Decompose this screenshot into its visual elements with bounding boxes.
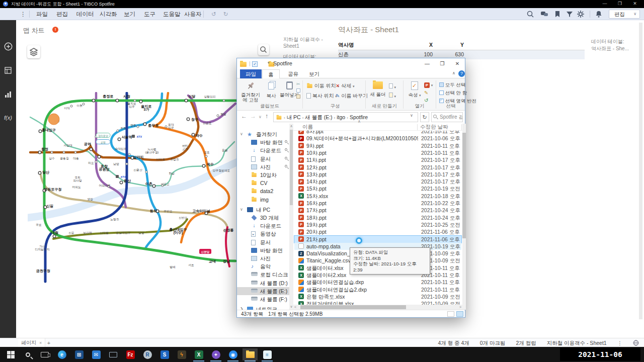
file-row-21차.ppt[interactable]: P21차.ppt2021-11-06 오후 4:20 <box>294 236 461 243</box>
file-row-15차.xlsx[interactable]: X15차.xlsx2021-10-18 오후 6:57 <box>294 193 461 200</box>
data-panel-icon[interactable] <box>0 66 16 76</box>
taskbar-start-icon[interactable] <box>3 348 18 360</box>
nav-item-네트워크[interactable]: ❯네트워크 <box>237 305 291 310</box>
nav-item-즐겨찾기[interactable]: ∨★즐겨찾기 <box>237 130 291 138</box>
visualizations-icon[interactable] <box>0 90 16 101</box>
details-view-icon[interactable] <box>456 311 463 317</box>
file-row-13차.ppt[interactable]: P13차.ppt2021-10-17 오후 2:50 <box>294 171 461 178</box>
menu-item-0[interactable]: 파일 <box>35 8 49 20</box>
new-item-icon[interactable]: ▾ <box>389 83 396 90</box>
file-row-18차.ppt[interactable]: P18차.ppt2021-10-24 오후 2:35 <box>294 214 461 221</box>
taskbar-r-icon[interactable]: R <box>140 348 155 360</box>
taskbar-purple-app-icon[interactable]: ✦ <box>208 348 223 360</box>
nav-item-새 볼륨 (E:)[interactable]: 새 볼륨 (E:) <box>237 287 291 295</box>
file-row-17차.ppt[interactable]: P17차.ppt2021-10-24 오후 1:13 <box>294 207 461 214</box>
move-to-button[interactable]: 이동 위치 ▾ <box>306 82 339 89</box>
taskbar-edge-icon[interactable]: e <box>54 348 69 360</box>
file-list-vscrollbar[interactable] <box>462 124 466 310</box>
tab-view[interactable]: 보기 <box>303 69 325 78</box>
explorer-titlebar[interactable]: | ✓ ▾ Spotfire — ❐ ✕ <box>237 58 465 69</box>
close-page-icon[interactable]: × <box>39 340 42 345</box>
menu-item-2[interactable]: 데이터 <box>75 8 95 20</box>
collapse-ribbon-icon[interactable]: ∧ <box>452 71 455 75</box>
breadcrumb[interactable]: ›내 PC›새 볼륨 (E:)›itgo›Spotfire <box>273 112 418 122</box>
page-tab[interactable]: 페이지× <box>18 338 45 347</box>
comments-icon[interactable] <box>540 10 548 18</box>
menu-item-4[interactable]: 보기 <box>123 8 136 20</box>
file-row-14차.ppt[interactable]: P14차.ppt2021-10-17 오후 3:47 <box>294 178 461 185</box>
taskbar-notepad-icon[interactable]: ≡ <box>260 348 275 360</box>
add-page-button[interactable]: + <box>44 338 53 347</box>
file-row-11차.ppt[interactable]: P11차.ppt2021-10-17 오후 12:4 <box>294 156 461 163</box>
breadcrumb-item[interactable]: 새 볼륨 (E:) <box>305 114 332 120</box>
forward-button[interactable]: → <box>250 113 256 120</box>
settings-gear-icon[interactable] <box>577 10 585 18</box>
spotfire-maximize-button[interactable]: ❐ <box>613 0 627 8</box>
select-none-button[interactable]: 선택 안 함 <box>439 89 467 96</box>
kebab-menu-icon[interactable]: ⋮ <box>19 8 27 20</box>
map-data-marker[interactable] <box>48 114 59 125</box>
spotfire-minimize-button[interactable]: — <box>598 0 612 8</box>
nav-scrollbar[interactable]: ∧ ∨ <box>289 124 293 310</box>
up-button[interactable]: ↑ <box>265 113 268 120</box>
search-icon[interactable] <box>526 10 534 18</box>
nav-item-CV[interactable]: CV <box>237 179 291 187</box>
easy-access-icon[interactable]: ▾ <box>389 93 396 100</box>
list-view-icon[interactable] <box>447 311 454 317</box>
explorer-minimize-button[interactable]: — <box>420 58 435 69</box>
edit-icon[interactable]: ✎ <box>424 89 428 96</box>
file-row-19차.ppt[interactable]: P19차.ppt2021-10-25 오전 10:2 <box>294 221 461 228</box>
nav-item-다운로드[interactable]: ↓다운로드 <box>237 146 291 154</box>
nav-item-img[interactable]: img <box>237 196 291 204</box>
spotfire-close-button[interactable]: ✕ <box>628 0 642 8</box>
file-row-9차.ppt[interactable]: P9차.ppt2021-10-11 오후 4:21 <box>294 142 461 149</box>
nav-item-사진[interactable]: 사진 <box>237 254 291 262</box>
filter-icon[interactable] <box>566 10 574 18</box>
copy-path-icon[interactable] <box>296 88 300 93</box>
globe-icon[interactable] <box>633 340 639 346</box>
rename-button[interactable]: ✎ 이름 바꾸기 <box>336 93 368 99</box>
taskbar-spotfire-icon[interactable]: S <box>157 348 172 360</box>
recent-locations-icon[interactable]: ∨ <box>259 115 262 119</box>
taskbar-flash-icon[interactable]: ϟ <box>174 348 189 360</box>
notifications-bell-icon[interactable] <box>595 10 603 18</box>
breadcrumb-dropdown-icon[interactable]: ∨ <box>410 113 413 118</box>
menu-item-3[interactable]: 시각화 <box>99 8 118 20</box>
nav-item-3D 개체[interactable]: 3D 개체 <box>237 214 291 222</box>
taskbar-store-icon[interactable]: ⊞ <box>71 348 87 360</box>
nav-item-로컬 디스크 (C:)[interactable]: 로컬 디스크 (C:) <box>237 270 291 279</box>
redo-button[interactable]: ↻ <box>222 8 229 20</box>
cut-icon[interactable]: ✂ <box>296 81 300 86</box>
nav-item-문서[interactable]: 문서 <box>237 155 291 163</box>
edit-mode-dropdown[interactable]: 편집∨ <box>609 10 640 19</box>
back-button[interactable]: ← <box>241 113 247 120</box>
taskbar-task-view-icon[interactable] <box>37 348 52 360</box>
tab-home[interactable]: 홈 <box>262 69 280 78</box>
copy-to-button[interactable]: 복사 위치 ▾ <box>306 93 337 100</box>
open-with-powerpoint-icon[interactable]: P ▾ <box>424 81 433 88</box>
column-name[interactable]: 이름 <box>302 124 313 131</box>
nav-item-동영상[interactable]: ▸동영상 <box>237 230 291 238</box>
nav-item-다운로드[interactable]: ↓다운로드 <box>237 222 291 230</box>
add-visualization-icon[interactable] <box>0 42 16 53</box>
file-row-09.빅데이터+분석+결과+시각화(LM2001010509_15v1) (1).pdf[interactable]: P09.빅데이터+분석+결과+시각화(LM2001010509_15v1) (1… <box>294 135 461 142</box>
help-icon[interactable]: ? <box>458 70 465 77</box>
nav-item-data2[interactable]: data2 <box>237 187 291 195</box>
paste-shortcut-icon[interactable] <box>296 95 300 99</box>
nav-item-내 PC[interactable]: ∨내 PC <box>237 206 291 214</box>
right-scrollbar[interactable] <box>639 23 642 319</box>
nav-item-새 볼륨 (D:)[interactable]: 새 볼륨 (D:) <box>237 279 291 287</box>
tab-share[interactable]: 공유 <box>282 69 304 78</box>
calculations-fx-icon[interactable]: f(x) <box>0 115 16 121</box>
explorer-close-button[interactable]: ✕ <box>450 58 465 69</box>
taskbar-file-explorer-icon[interactable] <box>243 348 258 360</box>
properties-button[interactable]: ✓ 속성 ▾ <box>406 81 423 98</box>
menu-item-1[interactable]: 편집 <box>55 8 69 20</box>
copy-button[interactable]: 복사 <box>263 82 279 99</box>
file-row-20차.ppt[interactable]: P20차.ppt2021-11-06 오후 3:45 <box>294 228 461 235</box>
status-more-icon[interactable]: ⋮ <box>617 340 623 346</box>
menu-item-5[interactable]: 도구 <box>143 8 156 20</box>
qat-properties-icon[interactable]: ✓ <box>252 61 258 67</box>
explorer-maximize-button[interactable]: ❐ <box>435 58 450 69</box>
nav-item-바탕 화면[interactable]: 바탕 화면 <box>237 246 291 254</box>
